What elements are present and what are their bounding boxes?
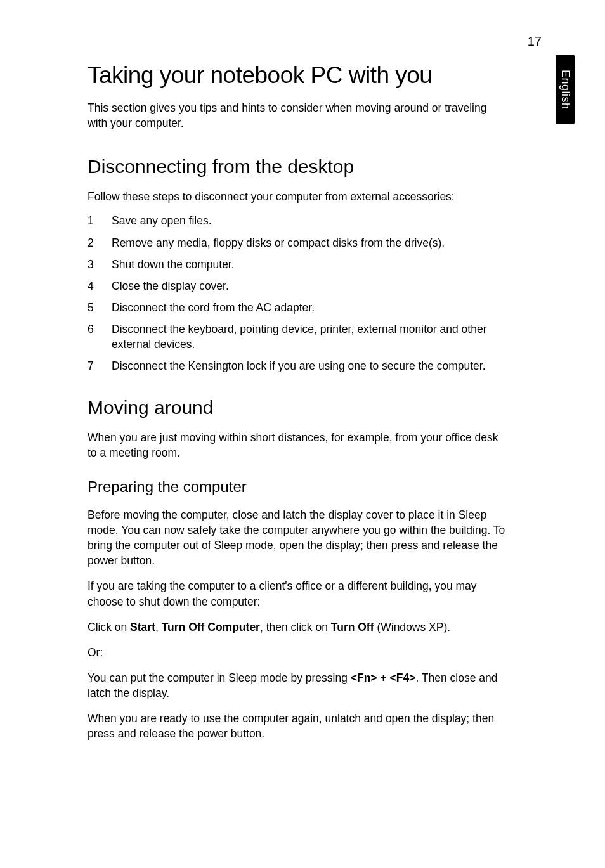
paragraph: If you are taking the computer to a clie… xyxy=(88,578,506,609)
list-number: 6 xyxy=(88,321,112,352)
paragraph: When you are ready to use the computer a… xyxy=(88,711,506,741)
section-heading-disconnecting: Disconnecting from the desktop xyxy=(88,156,506,178)
list-item: 6 Disconnect the keyboard, pointing devi… xyxy=(88,321,506,352)
list-number: 2 xyxy=(88,235,112,250)
paragraph: Before moving the computer, close and la… xyxy=(88,507,506,569)
section1-lead: Follow these steps to disconnect your co… xyxy=(88,189,506,204)
list-text: Shut down the computer. xyxy=(112,257,506,272)
list-text: Remove any media, floppy disks or compac… xyxy=(112,235,506,250)
text-fragment: , then click on xyxy=(260,621,331,633)
section2-lead: When you are just moving within short di… xyxy=(88,430,506,460)
subsection-heading-preparing: Preparing the computer xyxy=(88,478,506,496)
numbered-list: 1 Save any open files. 2 Remove any medi… xyxy=(88,213,506,373)
bold-turn-off-computer: Turn Off Computer xyxy=(162,621,260,633)
text-fragment: You can put the computer in Sleep mode b… xyxy=(88,671,351,684)
intro-paragraph: This section gives you tips and hints to… xyxy=(88,100,506,131)
text-fragment: Click on xyxy=(88,621,130,633)
list-text: Disconnect the keyboard, pointing device… xyxy=(112,321,506,352)
list-number: 5 xyxy=(88,300,112,315)
list-text: Disconnect the Kensington lock if you ar… xyxy=(112,358,506,373)
or-line: Or: xyxy=(88,645,506,660)
language-tab: English xyxy=(556,55,575,124)
page-content: Taking your notebook PC with you This se… xyxy=(88,62,506,752)
click-instruction: Click on Start, Turn Off Computer, then … xyxy=(88,619,506,635)
bold-start: Start xyxy=(130,621,155,633)
page-number: 17 xyxy=(528,34,542,49)
text-fragment: (Windows XP). xyxy=(374,621,451,633)
list-number: 4 xyxy=(88,278,112,294)
bold-key-combo: <Fn> + <F4> xyxy=(351,671,416,684)
list-text: Close the display cover. xyxy=(112,278,506,294)
list-item: 4 Close the display cover. xyxy=(88,278,506,294)
list-item: 3 Shut down the computer. xyxy=(88,257,506,272)
list-item: 7 Disconnect the Kensington lock if you … xyxy=(88,358,506,373)
list-number: 7 xyxy=(88,358,112,373)
list-item: 5 Disconnect the cord from the AC adapte… xyxy=(88,300,506,315)
text-fragment: , xyxy=(155,621,162,633)
list-text: Disconnect the cord from the AC adapter. xyxy=(112,300,506,315)
list-item: 2 Remove any media, floppy disks or comp… xyxy=(88,235,506,250)
page-title: Taking your notebook PC with you xyxy=(88,62,506,89)
sleep-instruction: You can put the computer in Sleep mode b… xyxy=(88,670,506,701)
list-item: 1 Save any open files. xyxy=(88,213,506,228)
language-tab-label: English xyxy=(559,70,572,110)
section-heading-moving: Moving around xyxy=(88,397,506,418)
list-text: Save any open files. xyxy=(112,213,506,228)
bold-turn-off: Turn Off xyxy=(331,621,374,633)
list-number: 3 xyxy=(88,257,112,272)
list-number: 1 xyxy=(88,213,112,228)
